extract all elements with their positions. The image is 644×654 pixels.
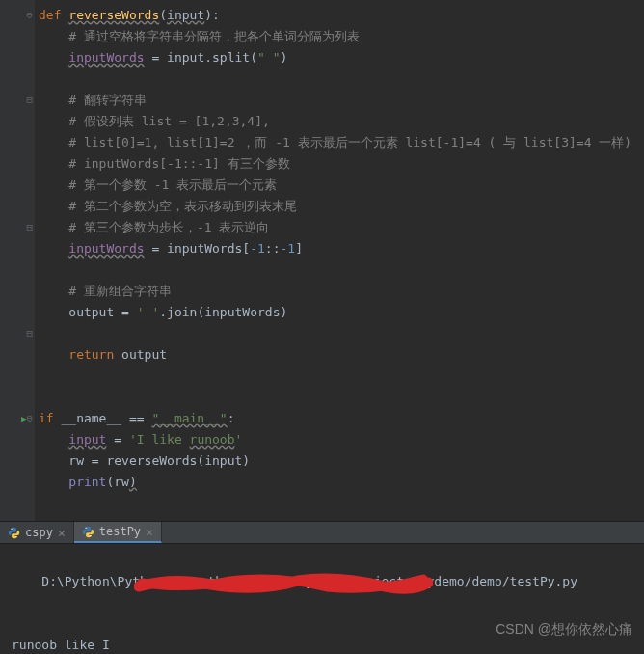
python-icon bbox=[8, 527, 20, 539]
code-content[interactable]: def reverseWords(input): bbox=[35, 5, 220, 26]
tab-label: cspy bbox=[25, 526, 53, 539]
tab-testpy[interactable]: testPy × bbox=[74, 522, 162, 543]
redaction-mark bbox=[89, 552, 388, 573]
code-editor[interactable]: ⊖ def reverseWords(input): # 通过空格将字符串分隔符… bbox=[0, 0, 644, 521]
svg-point-0 bbox=[11, 528, 12, 529]
watermark: CSDN @想你依然心痛 bbox=[496, 621, 632, 639]
close-icon[interactable]: × bbox=[146, 525, 153, 539]
svg-point-2 bbox=[85, 527, 86, 528]
console-tabs: cspy × testPy × bbox=[0, 521, 644, 544]
tab-cspy[interactable]: cspy × bbox=[0, 522, 74, 543]
close-icon[interactable]: × bbox=[58, 526, 66, 540]
tab-label: testPy bbox=[99, 525, 141, 538]
svg-point-3 bbox=[90, 534, 91, 535]
python-icon bbox=[82, 526, 94, 538]
svg-point-1 bbox=[15, 535, 16, 536]
